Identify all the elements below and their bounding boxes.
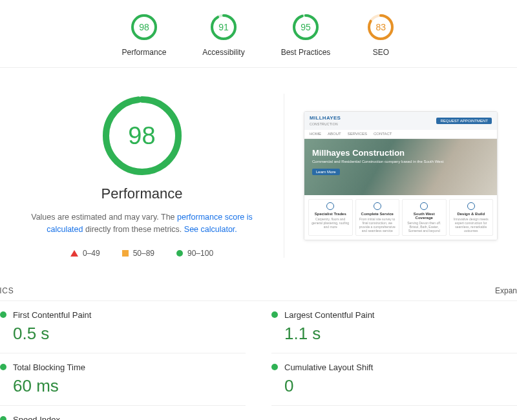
gauge-icon: 83 (366, 13, 395, 41)
legend-bad: 0–49 (70, 249, 100, 258)
metrics-grid: First Contentful Paint 0.5 s Largest Con… (0, 301, 517, 421)
score-label: Accessibility (202, 48, 244, 57)
metrics-header: METRICS Expand view (0, 271, 517, 301)
legend-good: 90–100 (176, 249, 213, 258)
score-legend: 0–49 50–89 90–100 (13, 249, 271, 258)
metric-name: Total Blocking Time (13, 362, 85, 372)
metric-si[interactable]: Speed Index 0.8 s (0, 406, 246, 421)
screenshot-thumb: MILLHAYESCONSTRUCTION REQUEST APPOINTMEN… (304, 111, 498, 240)
status-dot-icon (0, 416, 6, 420)
performance-score: 98 (100, 94, 184, 178)
status-dot-icon (271, 364, 278, 370)
metric-value: 0.5 s (13, 324, 246, 344)
score-value: 95 (291, 13, 320, 41)
score-seo[interactable]: 83 SEO (366, 13, 395, 57)
hero-left: 98 Performance Values are estimated and … (13, 94, 284, 258)
metric-name: Speed Index (13, 415, 60, 421)
metric-value: 0 (284, 376, 517, 396)
status-dot-icon (271, 311, 278, 318)
score-value: 98 (130, 13, 158, 41)
status-dot-icon (0, 364, 6, 370)
circle-icon (176, 250, 183, 257)
gauge-icon: 98 (130, 13, 158, 41)
square-icon (122, 250, 129, 257)
score-accessibility[interactable]: 91 Accessibility (202, 13, 244, 57)
page-screenshot: MILLHAYESCONSTRUCTION REQUEST APPOINTMEN… (297, 94, 504, 258)
expand-view-button[interactable]: Expand view (495, 286, 517, 295)
gauge-icon: 91 (209, 13, 238, 41)
metric-value: 1.1 s (284, 324, 517, 344)
metric-name: First Contentful Paint (13, 310, 91, 320)
performance-gauge: 98 (100, 94, 184, 178)
score-label: SEO (366, 48, 395, 57)
triangle-icon (70, 250, 78, 257)
score-label: Best Practices (281, 48, 331, 57)
status-dot-icon (0, 311, 6, 318)
hero-description: Values are estimated and may vary. The p… (13, 211, 271, 236)
metrics-title: METRICS (0, 286, 14, 295)
hero-title: Performance (13, 185, 271, 202)
score-best-practices[interactable]: 95 Best Practices (281, 13, 331, 57)
link-see-calculator[interactable]: See calculator. (184, 225, 237, 234)
score-value: 91 (209, 13, 238, 41)
metric-fcp[interactable]: First Contentful Paint 0.5 s (0, 301, 246, 353)
metric-tbt[interactable]: Total Blocking Time 60 ms (0, 353, 246, 406)
score-performance[interactable]: 98 Performance (122, 13, 167, 57)
metric-cls[interactable]: Cumulative Layout Shift 0 (271, 353, 517, 406)
metric-value: 60 ms (13, 376, 246, 396)
hero-section: 98 Performance Values are estimated and … (0, 68, 517, 271)
legend-mid: 50–89 (122, 249, 154, 258)
gauge-icon: 95 (291, 13, 320, 41)
score-value: 83 (366, 13, 395, 41)
category-score-row: 98 Performance 91 Accessibility 95 Best … (0, 0, 517, 68)
metric-name: Cumulative Layout Shift (284, 362, 373, 372)
score-label: Performance (122, 48, 167, 57)
metric-name: Largest Contentful Paint (284, 310, 374, 320)
metric-lcp[interactable]: Largest Contentful Paint 1.1 s (271, 301, 517, 353)
